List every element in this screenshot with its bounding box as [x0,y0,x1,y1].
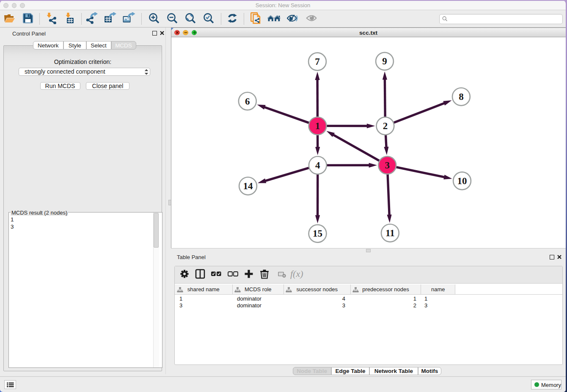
svg-text:10: 10 [457,176,467,186]
svg-text:4: 4 [315,160,320,171]
svg-text:11: 11 [385,228,395,238]
svg-text:6: 6 [245,96,250,107]
svg-text:14: 14 [243,181,253,191]
svg-text:8: 8 [459,91,464,102]
svg-text:2: 2 [383,121,388,131]
svg-text:9: 9 [382,56,387,66]
svg-text:3: 3 [385,160,390,171]
svg-text:7: 7 [315,56,320,67]
svg-text:1: 1 [315,121,320,131]
svg-text:15: 15 [313,228,322,239]
